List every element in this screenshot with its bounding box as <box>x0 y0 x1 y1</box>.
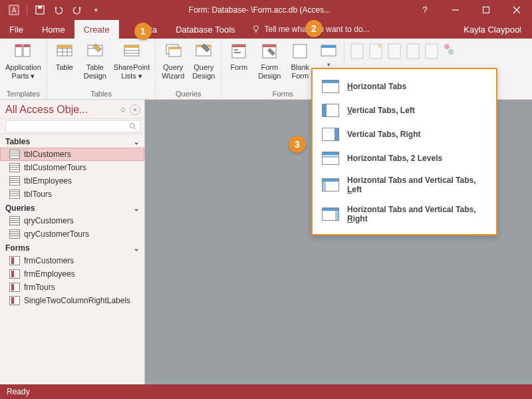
svg-rect-35 <box>234 52 241 53</box>
svg-point-48 <box>448 49 454 55</box>
nav-search[interactable] <box>0 119 144 134</box>
tab-database-tools[interactable]: Database Tools <box>166 20 244 39</box>
nav-section-forms[interactable]: Forms⌄ <box>0 241 144 254</box>
nav-item-tblemployees[interactable]: tblEmployees <box>0 174 144 188</box>
chevron-down-icon: ⊙ <box>120 106 126 113</box>
nav-item-tblcustomers[interactable]: tblCustomers <box>0 148 144 161</box>
minimize-button[interactable] <box>440 0 471 20</box>
svg-point-47 <box>444 44 450 49</box>
svg-rect-41 <box>351 44 363 59</box>
nav-item-singletwo[interactable]: SingleTwoColumnRightLabels <box>0 294 144 307</box>
qat-customize-icon[interactable]: ▾ <box>88 3 103 17</box>
svg-rect-33 <box>232 45 245 47</box>
status-bar: Ready <box>0 384 532 399</box>
window-title: Form: Database- \Form.acc.db (Acces... <box>110 5 410 15</box>
ribbon-group-templates: Application Parts ▾ Templates <box>0 39 47 99</box>
maximize-button[interactable] <box>471 0 501 20</box>
nav-item-frmcustomers[interactable]: frmCustomers <box>0 254 144 267</box>
dd-horizontal-vertical-right[interactable]: Horizontal Tabs and Vertical Tabs, Right <box>313 200 496 229</box>
nav-item-qrycustomertours[interactable]: qryCustomerTours <box>0 227 144 241</box>
svg-rect-29 <box>169 47 181 49</box>
query-wizard-button[interactable]: Query Wizard <box>158 40 188 81</box>
svg-rect-37 <box>263 45 276 47</box>
svg-point-49 <box>130 124 135 128</box>
nav-item-frmtours[interactable]: frmTours <box>0 281 144 294</box>
help-icon[interactable]: ? <box>410 0 440 20</box>
svg-rect-38 <box>293 45 307 58</box>
callout-3: 3 <box>289 136 306 153</box>
svg-rect-44 <box>388 44 400 59</box>
svg-rect-14 <box>23 45 30 47</box>
user-name[interactable]: Kayla Claypool <box>453 20 532 39</box>
navigation-dropdown-button[interactable]: ▼ <box>316 40 341 69</box>
svg-rect-24 <box>124 45 139 48</box>
ribbon-group-tables: Table Table Design SharePoint Lists ▾ Ta… <box>47 39 156 99</box>
tab-create[interactable]: Create <box>74 20 119 39</box>
dd-vertical-tabs-right[interactable]: Vertical Tabs, Right <box>313 122 496 146</box>
nav-section-queries[interactable]: Queries⌄ <box>0 201 144 214</box>
quick-access-toolbar: A ▾ <box>0 3 110 17</box>
query-design-button[interactable]: Query Design <box>189 40 218 81</box>
status-text: Ready <box>7 387 30 396</box>
svg-rect-13 <box>15 45 22 47</box>
svg-rect-34 <box>234 49 238 51</box>
dd-horizontal-tabs-2levels[interactable]: Horizontal Tabs, 2 Levels <box>313 146 496 170</box>
navigation-pane: All Access Obje... ⊙ « Tables⌄ tblCustom… <box>0 100 145 384</box>
nav-pane-header[interactable]: All Access Obje... ⊙ « <box>0 100 144 119</box>
navigation-layouts-dropdown: Horizontal Tabs Vertical Tabs, Left Vert… <box>311 68 497 235</box>
close-button[interactable] <box>501 0 532 20</box>
save-icon[interactable] <box>33 3 47 17</box>
search-icon <box>129 122 137 130</box>
undo-icon[interactable] <box>51 3 66 17</box>
nav-item-tbltours[interactable]: tblTours <box>0 188 144 201</box>
app-icon: A <box>7 3 21 17</box>
form-design-button[interactable]: Form Design <box>255 40 284 81</box>
chevron-down-icon: ▼ <box>326 62 331 68</box>
ribbon-group-queries: Query Wizard Query Design Queries <box>156 39 221 99</box>
tab-file[interactable]: File <box>0 20 33 39</box>
svg-line-50 <box>134 128 136 130</box>
lightbulb-icon <box>251 25 261 34</box>
callout-2: 2 <box>305 20 323 37</box>
nav-item-frmemployees[interactable]: frmEmployees <box>0 267 144 281</box>
svg-point-9 <box>253 26 258 31</box>
nav-item-qrycustomers[interactable]: qryCustomers <box>0 214 144 227</box>
title-bar: A ▾ Form: Database- \Form.acc.db (Acces.… <box>0 0 532 20</box>
dd-vertical-tabs-left[interactable]: Vertical Tabs, Left <box>313 98 496 122</box>
nav-section-tables[interactable]: Tables⌄ <box>0 134 144 148</box>
table-design-button[interactable]: Table Design <box>80 40 110 81</box>
ribbon-tabs: File Home Create Data Database Tools Tel… <box>0 20 532 39</box>
redo-icon[interactable] <box>70 3 84 17</box>
form-button[interactable]: Form <box>224 40 253 73</box>
application-parts-button[interactable]: Application Parts ▾ <box>3 40 44 81</box>
svg-rect-40 <box>321 45 336 48</box>
svg-rect-20 <box>57 45 72 48</box>
svg-rect-46 <box>426 44 438 59</box>
dd-horizontal-vertical-left[interactable]: Horizontal Tabs and Vertical Tabs, Left <box>313 170 496 200</box>
callout-1: 1 <box>134 23 152 40</box>
blank-form-button[interactable]: Blank Form <box>285 40 315 81</box>
tab-home[interactable]: Home <box>33 20 74 39</box>
svg-text:?: ? <box>422 5 427 15</box>
svg-text:A: A <box>12 7 17 14</box>
collapse-nav-icon[interactable]: « <box>130 104 140 115</box>
svg-point-43 <box>378 44 382 48</box>
svg-rect-3 <box>38 6 42 9</box>
dd-horizontal-tabs[interactable]: Horizontal Tabs <box>313 74 496 98</box>
nav-item-tblcustomertours[interactable]: tblCustomerTours <box>0 161 144 174</box>
svg-rect-6 <box>483 7 489 13</box>
sharepoint-lists-button[interactable]: SharePoint Lists ▾ <box>111 40 152 81</box>
svg-rect-45 <box>407 44 419 59</box>
table-button[interactable]: Table <box>50 40 79 73</box>
